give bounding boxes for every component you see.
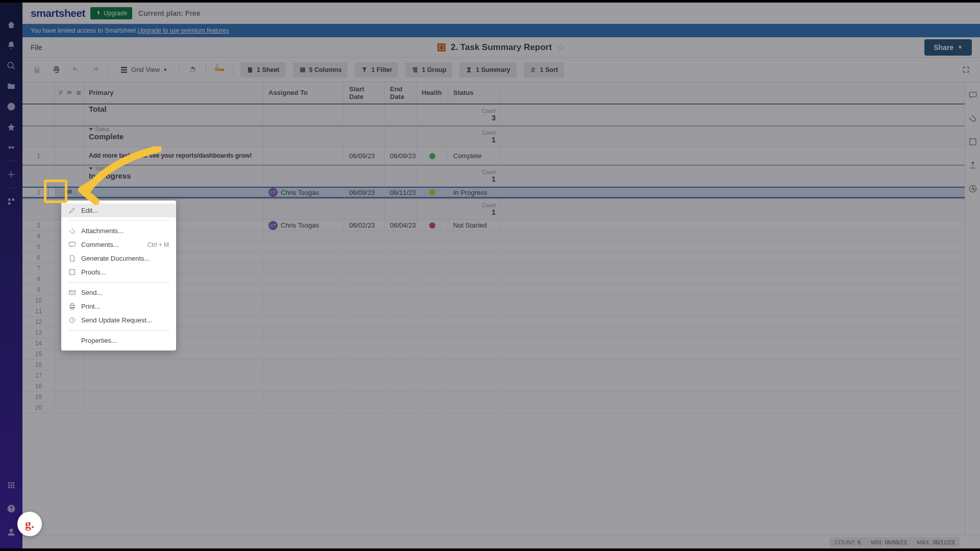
ctx-attachments[interactable]: Attachments... — [61, 224, 176, 238]
update-icon — [68, 316, 76, 324]
svg-rect-6 — [70, 306, 75, 308]
attachment-icon — [68, 227, 76, 235]
badge-text: g. — [25, 517, 34, 531]
svg-rect-7 — [71, 304, 74, 306]
ctx-send[interactable]: Send... — [61, 286, 176, 299]
mail-icon — [68, 289, 76, 296]
ctx-separator — [68, 330, 169, 331]
ctx-separator — [68, 220, 169, 221]
svg-rect-8 — [71, 307, 74, 309]
ctx-separator — [68, 282, 169, 283]
svg-rect-3 — [69, 242, 75, 246]
row-context-menu: Edit... Attachments... Comments...Ctrl +… — [61, 201, 176, 350]
comment-icon — [68, 241, 76, 248]
ctx-gendoc[interactable]: Generate Documents... — [61, 252, 176, 265]
print-icon — [68, 303, 76, 310]
ctx-proofs[interactable]: Proofs... — [61, 265, 176, 279]
pencil-icon — [68, 207, 76, 214]
ctx-edit[interactable]: Edit... — [61, 204, 176, 217]
proof-icon — [68, 268, 76, 276]
floating-badge[interactable]: g. — [17, 512, 42, 536]
ctx-sendupdate[interactable]: Send Update Request... — [61, 313, 176, 327]
ctx-print[interactable]: Print... — [61, 299, 176, 313]
highlight-annotation — [44, 180, 67, 203]
ctx-properties[interactable]: Properties... — [61, 334, 176, 347]
document-icon — [68, 255, 76, 262]
ctx-shortcut: Ctrl + M — [148, 241, 169, 248]
svg-rect-4 — [70, 270, 75, 275]
ctx-comments[interactable]: Comments...Ctrl + M — [61, 238, 176, 252]
